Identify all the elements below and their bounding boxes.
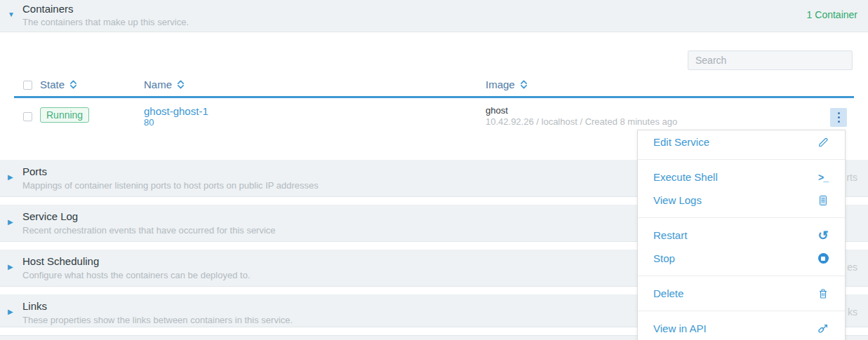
menu-item-execute-shell[interactable]: Execute Shell xyxy=(638,165,845,189)
stop-icon xyxy=(817,252,829,265)
section-count-fragment: ks xyxy=(848,306,857,318)
menu-item-label: View Logs xyxy=(653,194,702,206)
column-header-label: State xyxy=(40,79,65,90)
triangle-right-icon[interactable]: ▶ xyxy=(8,219,13,226)
section-subtitle: Configure what hosts the containers can … xyxy=(22,270,251,280)
row-actions-button[interactable] xyxy=(830,108,847,127)
menu-item-stop[interactable]: Stop xyxy=(638,247,845,270)
triangle-right-icon[interactable]: ▶ xyxy=(8,264,13,271)
menu-item-restart[interactable]: Restart xyxy=(638,224,845,247)
column-header-image[interactable]: Image xyxy=(486,79,528,90)
section-count-fragment: es xyxy=(847,261,857,273)
document-icon xyxy=(817,194,829,207)
menu-divider xyxy=(638,276,845,276)
image-name: ghost xyxy=(486,105,508,116)
menu-divider xyxy=(638,311,845,311)
triangle-right-icon[interactable]: ▶ xyxy=(8,174,13,181)
column-header-state[interactable]: State xyxy=(40,79,77,90)
sort-icon xyxy=(520,79,528,90)
column-header-label: Image xyxy=(486,79,515,90)
container-port-link[interactable]: 80 xyxy=(144,117,154,128)
menu-divider xyxy=(638,159,845,160)
section-title: Host Scheduling xyxy=(22,255,99,267)
restart-icon xyxy=(817,229,829,242)
image-detail: 10.42.92.26 / localhost / Created 8 minu… xyxy=(486,116,677,127)
row-checkbox[interactable] xyxy=(23,112,32,121)
sort-icon xyxy=(69,79,77,90)
menu-item-label: Delete xyxy=(653,287,683,299)
section-count-fragment: rts xyxy=(846,172,857,183)
section-title: Containers xyxy=(22,3,74,15)
table-header-underline xyxy=(14,96,854,98)
section-title: Links xyxy=(22,300,47,312)
section-subtitle: Mappings of container listening ports to… xyxy=(22,180,319,191)
menu-item-edit-service[interactable]: Edit Service xyxy=(638,130,845,154)
triangle-down-icon[interactable]: ▼ xyxy=(8,11,15,18)
section-subtitle: Recent orchestration events that have oc… xyxy=(22,225,276,236)
menu-item-view-in-api[interactable]: View in API xyxy=(638,317,845,340)
menu-item-label: Restart xyxy=(653,229,687,241)
section-title: Ports xyxy=(22,165,47,177)
menu-divider xyxy=(638,217,845,218)
menu-item-label: Execute Shell xyxy=(653,171,718,183)
container-name-link[interactable]: ghost-ghost-1 xyxy=(144,105,208,117)
service-detail-page: ▼ Containers The containers that make up… xyxy=(0,0,868,340)
pencil-icon xyxy=(817,136,829,149)
section-subtitle: These properties show the links between … xyxy=(22,315,293,325)
menu-item-label: Edit Service xyxy=(653,136,709,148)
section-title: Service Log xyxy=(22,210,78,222)
container-count: 1 Container xyxy=(807,9,857,20)
select-all-checkbox[interactable] xyxy=(23,81,32,90)
column-header-label: Name xyxy=(144,79,172,90)
status-badge: Running xyxy=(40,107,89,123)
menu-item-delete[interactable]: Delete xyxy=(638,282,845,305)
section-containers-header[interactable]: ▼ Containers The containers that make up… xyxy=(0,0,868,32)
section-subtitle: The containers that make up this service… xyxy=(22,17,189,27)
external-link-icon xyxy=(817,322,829,335)
menu-item-view-logs[interactable]: View Logs xyxy=(638,189,845,212)
context-menu: Edit Service Execute Shell View Logs Res… xyxy=(637,130,846,340)
trash-icon xyxy=(817,287,829,300)
menu-item-label: Stop xyxy=(653,252,675,264)
column-header-name[interactable]: Name xyxy=(144,79,185,90)
menu-item-label: View in API xyxy=(653,322,707,334)
search-input[interactable] xyxy=(688,50,853,70)
triangle-right-icon[interactable]: ▶ xyxy=(8,308,13,315)
sort-icon xyxy=(177,79,185,90)
terminal-icon xyxy=(817,171,829,184)
